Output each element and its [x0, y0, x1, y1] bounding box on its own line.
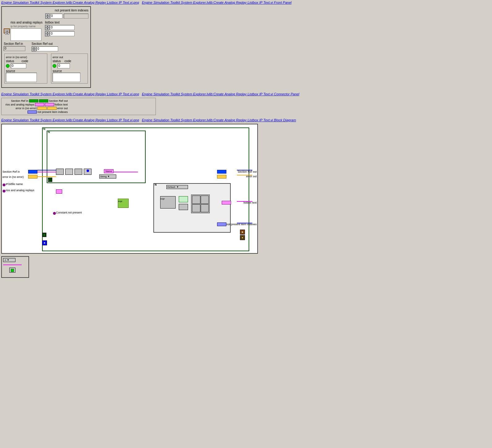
mini-value: -1	[4, 259, 6, 261]
error-in-status-label: status	[6, 59, 14, 63]
listbox-spin-up[interactable]: ▲	[45, 25, 49, 28]
error-in-source-label: source	[6, 69, 15, 73]
section-ref-out-value[interactable]: 0	[36, 46, 58, 51]
rios-array-control[interactable]: ▲ ▼	[4, 28, 10, 33]
bd-const-icon: ⬤	[53, 212, 56, 215]
conn-not-present-label: not present item indexes	[37, 110, 68, 114]
wire-blue-right	[237, 223, 252, 223]
error-out-source-label: source	[53, 69, 62, 73]
wire-h2	[37, 176, 56, 177]
shift-reg-right: ▶	[240, 230, 245, 235]
front-panel-container: not present item indexes ▲ ▼ 0	[1, 6, 91, 88]
bd-not-present-terminal	[217, 222, 226, 226]
ref-out-spin-up[interactable]: ▲	[32, 46, 36, 49]
bd-string-dropdown[interactable]: String ▼	[99, 174, 116, 179]
spin-down-1[interactable]: ▼	[45, 16, 50, 19]
bd-section-ref-out-label: Section Ref out	[237, 170, 257, 173]
section-ref-row: Section Ref in 0 Section Ref out ▲ ▼ 0	[4, 42, 88, 52]
section-ref-in-label: Section Ref in	[4, 42, 25, 45]
wire-h1	[37, 172, 56, 172]
front-panel-title-link1[interactable]: Engine Simulation Toolkit System Explore…	[1, 1, 139, 4]
inner-node-3	[179, 204, 188, 210]
listbox-spin-down[interactable]: ▼	[45, 28, 49, 30]
wire-blue2	[237, 170, 252, 170]
bd-expr-label: expr	[118, 200, 122, 202]
error-out-label: error out	[53, 56, 63, 59]
bd-section-ref-in-label: Section Ref in	[2, 170, 20, 173]
grid-cell-4	[201, 204, 209, 213]
connector-panel-header: Engine Simulation Toolkit System Explore…	[0, 92, 492, 97]
conn-rios-label: rios and analog replays	[5, 103, 34, 106]
rios-display	[11, 28, 41, 41]
bd-title-link2[interactable]: Engine Simulation Toolkit System Explore…	[142, 118, 296, 122]
for-i-label: I	[48, 179, 49, 181]
error-in-code-value[interactable]: 0	[11, 63, 26, 68]
inner-for-N-label: N	[48, 131, 50, 134]
conn-section-ref-out-label: Section Ref out	[49, 99, 68, 102]
conn-section-ref-in-label: Section Ref in	[11, 99, 28, 102]
error-in-label: error in (no error)	[6, 56, 27, 59]
bd-rios-icon: ⬤	[2, 189, 6, 192]
bd-expr-node: expr	[118, 199, 129, 208]
mini-panel-container: -1 ▼	[1, 256, 29, 278]
bd-rios-text: rios and analog replays	[6, 189, 34, 192]
front-panel-title-link2[interactable]: Engine Simulation Toolkit System Explore…	[142, 1, 292, 4]
conn-section-ref-in-terminal	[29, 99, 38, 102]
bd-error-in-terminal	[28, 175, 37, 179]
bd-rios-node	[56, 189, 62, 194]
mini-node	[9, 268, 15, 273]
listbox2-spin-down[interactable]: ▼	[45, 34, 49, 36]
listbox-val1[interactable]: 0	[50, 25, 75, 30]
listbox-val2[interactable]: 0	[50, 31, 75, 36]
bd-info-icon	[87, 170, 89, 172]
wire-blue1	[37, 170, 56, 170]
for-i-bottom-label: I	[44, 234, 45, 236]
connector-panel-display: Section Ref in Section Ref out rios and …	[1, 98, 156, 115]
error-out-cluster: error out status code 0 source	[51, 54, 88, 84]
spin-up-1[interactable]: ▲	[45, 14, 50, 16]
error-out-code-value[interactable]: 0	[58, 63, 70, 68]
error-out-source-value[interactable]	[53, 73, 80, 82]
inner-for-loop: N I	[47, 131, 146, 183]
conn-listbox-label: listbox text	[55, 103, 68, 106]
accum-label: ▶	[44, 242, 45, 244]
listbox2-spin-up[interactable]: ▲	[45, 31, 49, 34]
section-ref-in-value[interactable]: 0	[4, 46, 25, 51]
front-panel-section: Engine Simulation Toolkit System Explore…	[0, 0, 492, 89]
for-loop-i-bottom: I	[42, 233, 46, 237]
connector-title-link1[interactable]: Engine Simulation Toolkit System Explore…	[1, 92, 139, 96]
rios-spin-down[interactable]: ▼	[5, 32, 9, 35]
connector-title-link2[interactable]: Engine Simulation Toolkit System Explore…	[142, 92, 299, 96]
conn-section-ref-out-terminal	[39, 99, 48, 102]
bd-title-link1[interactable]: Engine Simulation Toolkit System Explore…	[1, 118, 139, 122]
ip-list-label: ip list property name	[11, 25, 36, 28]
ref-out-spin-down[interactable]: ▼	[32, 49, 36, 51]
conn-error-out-terminal	[47, 107, 57, 110]
conn-error-in-label: error in (no error)	[16, 107, 37, 110]
mini-dropdown[interactable]: -1 ▼	[3, 258, 15, 262]
wire-pink-right	[237, 201, 252, 202]
conn-error-in-terminal	[37, 107, 47, 110]
rios-listbox-row: ▲ ▼ rios and analog replays ip list prop…	[4, 21, 88, 41]
error-in-source-value[interactable]	[6, 73, 37, 82]
error-out-led	[53, 64, 56, 68]
not-present-array-display[interactable]	[64, 14, 88, 19]
section-ref-out-label: Section Ref out	[32, 42, 58, 45]
front-panel-header: Engine Simulation Toolkit System Explore…	[0, 0, 492, 5]
rios-spin-up[interactable]: ▲	[5, 30, 9, 32]
bd-error-out-terminal	[217, 175, 226, 179]
not-present-label: not present item indexes	[55, 9, 88, 12]
block-diagram-header: Engine Simulation Toolkit System Explore…	[0, 118, 492, 123]
wire-h3	[113, 172, 138, 172]
conn-rios-terminal	[35, 103, 44, 106]
inner-node-1-label: expr	[160, 198, 165, 200]
listbox-text-label: listbox text	[45, 21, 75, 24]
conn-error-out-label: error out	[57, 107, 68, 110]
dropdown-arrow: ▼	[176, 186, 179, 188]
for-i-terminal: I	[48, 178, 52, 182]
grid-cell-3	[192, 204, 200, 213]
string-dropdown-arrow: ▼	[107, 175, 110, 178]
inner-node-4	[191, 195, 210, 213]
default-dropdown[interactable]: Default ▼	[166, 185, 188, 189]
not-present-value[interactable]: 0	[50, 14, 62, 19]
